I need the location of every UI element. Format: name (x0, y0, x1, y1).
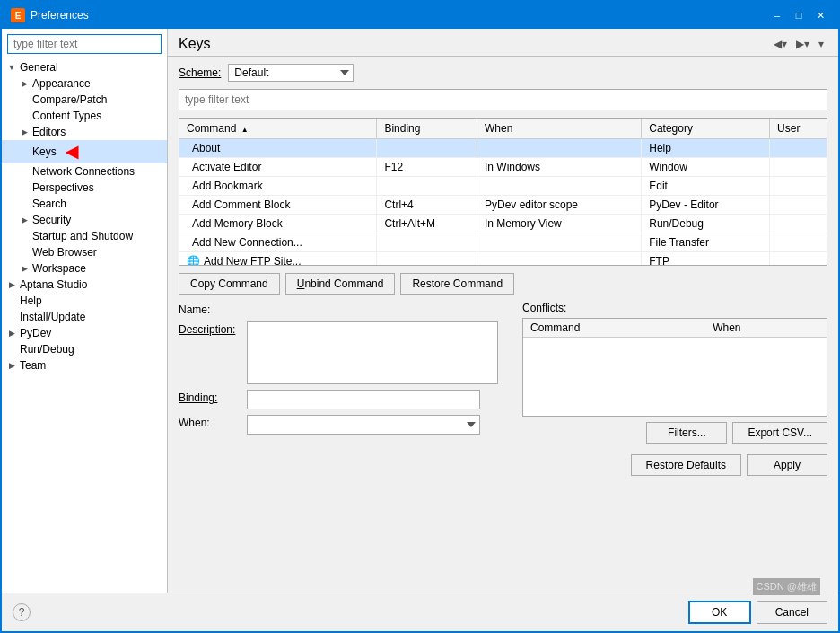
sidebar-item-label: General (20, 61, 58, 74)
cell-user (770, 139, 827, 158)
dropdown-button[interactable]: ▾ (815, 36, 827, 52)
close-button[interactable]: ✕ (811, 6, 829, 24)
binding-row: Binding: (179, 390, 512, 409)
apply-button[interactable]: Apply (747, 454, 827, 476)
cell-category: File Transfer (642, 233, 770, 252)
sidebar-item-label: Network Connections (32, 165, 135, 178)
sidebar-item-security[interactable]: ▶ Security (2, 212, 167, 228)
action-row-2: Restore Defaults Apply (522, 449, 827, 481)
sidebar-item-pydev[interactable]: ▶ PyDev (2, 325, 167, 341)
filters-button[interactable]: Filters... (646, 422, 727, 444)
cell-user (770, 177, 827, 196)
sidebar-item-team[interactable]: ▶ Team (2, 357, 167, 374)
cancel-button[interactable]: Cancel (757, 601, 827, 624)
sidebar-item-install-update[interactable]: ▶ Install/Update (2, 309, 167, 325)
table-row[interactable]: About Help (179, 139, 827, 158)
sidebar-item-label: Search (32, 198, 66, 210)
app-icon: E (11, 8, 25, 22)
sidebar-item-label: Security (32, 214, 71, 226)
name-row: Name: (179, 302, 512, 316)
sidebar-item-web-browser[interactable]: ▶ Web Browser (2, 244, 167, 260)
description-textarea[interactable] (247, 321, 498, 384)
cell-user (770, 158, 827, 177)
unbind-command-button[interactable]: Unbind Command (285, 273, 396, 295)
restore-command-button[interactable]: Restore Command (400, 273, 514, 295)
table-row[interactable]: Add Comment Block Ctrl+4 PyDev editor sc… (179, 196, 827, 215)
cell-binding: F12 (377, 158, 477, 177)
sidebar-item-help[interactable]: ▶ Help (2, 293, 167, 309)
dialog-footer: ? OK Cancel (2, 593, 838, 631)
cell-binding: Ctrl+Alt+M (377, 215, 477, 233)
cell-when: In Windows (477, 158, 641, 177)
cell-user (770, 215, 827, 233)
cell-command: Activate Editor (179, 158, 377, 177)
sidebar-item-workspace[interactable]: ▶ Workspace (2, 260, 167, 277)
tree-area: ▼ General ▶ Appearance ▶ Compare/Patch ▶… (2, 59, 167, 593)
sidebar-filter-input[interactable] (7, 34, 162, 54)
table-row[interactable]: Add Memory Block Ctrl+Alt+M In Memory Vi… (179, 215, 827, 233)
preferences-dialog: E Preferences – □ ✕ ▼ General ▶ Appearan… (0, 0, 840, 633)
sidebar-item-editors[interactable]: ▶ Editors (2, 124, 167, 140)
col-header-binding[interactable]: Binding (377, 119, 477, 139)
sidebar-item-label: Run/Debug (20, 343, 74, 356)
when-label: When: (179, 415, 241, 429)
sidebar-item-keys[interactable]: ▶ Keys ◀ (2, 140, 167, 163)
sidebar-item-label: Content Types (32, 110, 101, 122)
sidebar-item-appearance[interactable]: ▶ Appearance (2, 75, 167, 92)
sidebar-item-run-debug[interactable]: ▶ Run/Debug (2, 341, 167, 357)
col-header-user[interactable]: User (770, 119, 827, 139)
back-button[interactable]: ◀▾ (770, 36, 791, 52)
table-row[interactable]: Add New Connection... File Transfer (179, 233, 827, 252)
table-row[interactable]: Add Bookmark Edit (179, 177, 827, 196)
expand-arrow-pydev: ▶ (5, 327, 18, 339)
cell-command: 🌐Add New FTP Site... (179, 252, 377, 267)
restore-defaults-button[interactable]: Restore Defaults (631, 454, 741, 476)
col-header-category[interactable]: Category (642, 119, 770, 139)
sidebar-item-network-connections[interactable]: ▶ Network Connections (2, 163, 167, 180)
table-row[interactable]: Activate Editor F12 In Windows Window (179, 158, 827, 177)
sidebar-item-startup-shutdown[interactable]: ▶ Startup and Shutdow (2, 228, 167, 244)
cell-category: Help (642, 139, 770, 158)
cell-category: FTP (642, 252, 770, 267)
table-row[interactable]: 🌐Add New FTP Site... FTP (179, 252, 827, 267)
when-select[interactable] (247, 415, 480, 435)
cell-category: Edit (642, 177, 770, 196)
copy-command-button[interactable]: Copy Command (179, 273, 280, 295)
cell-binding (377, 233, 477, 252)
cell-user (770, 233, 827, 252)
col-header-when[interactable]: When (477, 119, 641, 139)
sidebar-item-compare-patch[interactable]: ▶ Compare/Patch (2, 92, 167, 108)
cell-binding (377, 139, 477, 158)
col-header-command[interactable]: Command ▲ (179, 119, 377, 139)
sidebar-item-aptana-studio[interactable]: ▶ Aptana Studio (2, 277, 167, 293)
expand-arrow-team: ▶ (5, 359, 18, 372)
sidebar-item-label: Install/Update (20, 311, 85, 323)
forward-button[interactable]: ▶▾ (792, 36, 813, 52)
help-button[interactable]: ? (13, 603, 31, 621)
cell-command: About (179, 139, 377, 158)
sidebar-item-general[interactable]: ▼ General (2, 59, 167, 75)
action-row: Filters... Export CSV... (522, 417, 827, 449)
expand-arrow-general: ▼ (5, 61, 18, 74)
sidebar-item-search[interactable]: ▶ Search (2, 196, 167, 212)
navigation-arrows: ◀▾ ▶▾ ▾ (770, 36, 827, 52)
ok-button[interactable]: OK (688, 601, 751, 624)
minimize-button[interactable]: – (768, 6, 786, 24)
expand-arrow-aptana: ▶ (5, 278, 18, 291)
scheme-select[interactable]: Default Emacs (228, 64, 354, 82)
export-csv-button[interactable]: Export CSV... (732, 422, 827, 444)
keys-table: Command ▲ Binding When Category User (179, 119, 827, 266)
conflicts-col-when: When (705, 319, 827, 338)
cell-category: Run/Debug (642, 215, 770, 233)
sidebar-item-label: Compare/Patch (32, 93, 107, 106)
expand-arrow-security: ▶ (18, 214, 31, 226)
binding-input[interactable] (247, 390, 480, 409)
panel-title: Keys (179, 36, 211, 52)
sidebar-item-content-types[interactable]: ▶ Content Types (2, 108, 167, 124)
keys-filter-input[interactable] (179, 89, 827, 110)
sidebar-item-perspectives[interactable]: ▶ Perspectives (2, 180, 167, 196)
name-label: Name: (179, 302, 241, 316)
sidebar-item-label: Aptana Studio (20, 278, 87, 291)
description-row: Description: (179, 321, 512, 384)
maximize-button[interactable]: □ (790, 6, 808, 24)
